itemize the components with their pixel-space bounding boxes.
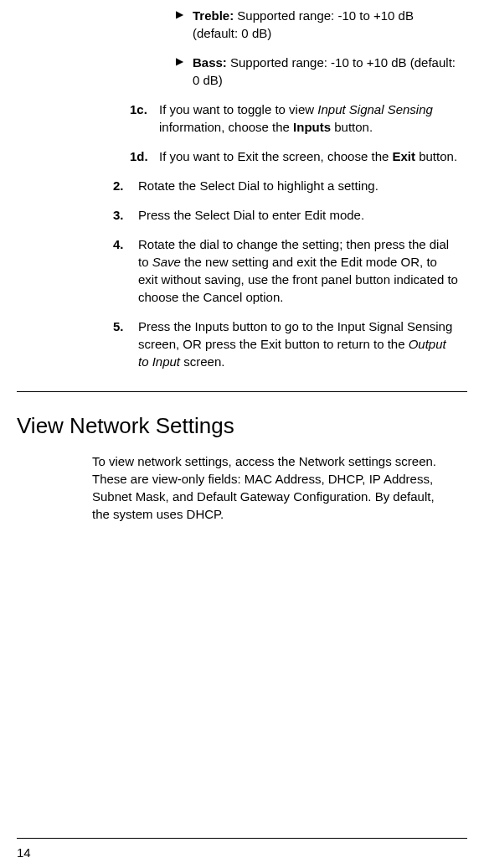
step-number: 2. bbox=[113, 177, 138, 194]
text-bold: Exit bbox=[393, 149, 416, 163]
text-segment: button. bbox=[331, 120, 373, 134]
text-segment: button. bbox=[415, 149, 457, 163]
bullet-text: Treble: Supported range: -10 to +10 dB (… bbox=[193, 7, 459, 42]
text-segment: If you want to Exit the screen, choose t… bbox=[159, 149, 393, 163]
bullet-text: Bass: Supported range: -10 to +10 dB (de… bbox=[193, 54, 459, 89]
page-footer: 14 bbox=[0, 838, 484, 860]
step-text: Press the Select Dial to enter Edit mode… bbox=[138, 206, 373, 224]
step-number: 3. bbox=[113, 206, 138, 224]
substep-text: If you want to toggle to view Input Sign… bbox=[159, 101, 467, 136]
text-segment: the new setting and exit the Edit mode O… bbox=[138, 255, 458, 304]
text-segment: screen. bbox=[180, 354, 224, 369]
text-segment: Press the Inputs button to go to the Inp… bbox=[138, 319, 452, 351]
step-text: Rotate the dial to change the setting; t… bbox=[138, 235, 467, 306]
page-number: 14 bbox=[17, 845, 31, 860]
step-2: 2. Rotate the Select Dial to highlight a… bbox=[113, 177, 467, 194]
text-segment: information, choose the bbox=[159, 120, 293, 134]
step-4: 4. Rotate the dial to change the setting… bbox=[113, 235, 467, 306]
substep-number: 1d. bbox=[130, 147, 159, 165]
text-bold: Inputs bbox=[293, 120, 331, 134]
step-number: 4. bbox=[113, 235, 138, 306]
footer-divider bbox=[17, 838, 467, 839]
bullet-label: Treble: bbox=[193, 8, 234, 23]
section-heading: View Network Settings bbox=[17, 413, 467, 439]
substep-text: If you want to Exit the screen, choose t… bbox=[159, 147, 462, 165]
step-text: Press the Inputs button to go to the Inp… bbox=[138, 318, 467, 370]
bullet-marker-icon: ▶ bbox=[176, 7, 193, 42]
text-italic: Save bbox=[152, 255, 181, 269]
substep-1d: 1d. If you want to Exit the screen, choo… bbox=[130, 147, 467, 165]
step-number: 5. bbox=[113, 318, 138, 370]
section-divider bbox=[17, 391, 467, 392]
bullet-marker-icon: ▶ bbox=[176, 54, 193, 89]
substep-number: 1c. bbox=[130, 101, 159, 136]
step-5: 5. Press the Inputs button to go to the … bbox=[113, 318, 467, 370]
section-body: To view network settings, access the Net… bbox=[92, 452, 467, 523]
step-3: 3. Press the Select Dial to enter Edit m… bbox=[113, 206, 467, 224]
bullet-desc: Supported range: -10 to +10 dB (default:… bbox=[193, 55, 456, 87]
text-segment: If you want to toggle to view bbox=[159, 102, 317, 116]
bullet-treble: ▶ Treble: Supported range: -10 to +10 dB… bbox=[176, 7, 467, 42]
substep-1c: 1c. If you want to toggle to view Input … bbox=[130, 101, 467, 136]
main-content: ▶ Treble: Supported range: -10 to +10 dB… bbox=[113, 7, 467, 370]
bullet-bass: ▶ Bass: Supported range: -10 to +10 dB (… bbox=[176, 54, 467, 89]
text-italic: Input Signal Sensing bbox=[317, 102, 433, 116]
step-text: Rotate the Select Dial to highlight a se… bbox=[138, 177, 387, 194]
bullet-label: Bass: bbox=[193, 55, 227, 70]
